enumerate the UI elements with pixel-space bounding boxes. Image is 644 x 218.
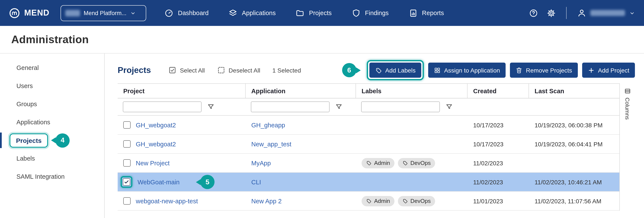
add-project-button[interactable]: Add Project (582, 63, 635, 78)
user-avatar-icon (577, 8, 586, 18)
application-filter-input[interactable] (251, 102, 330, 112)
assign-to-application-button[interactable]: Assign to Application (428, 63, 506, 78)
toolbar-buttons: 6 Add Labels Assign to Application (342, 60, 635, 80)
last-scan-date: 11/02/2023, 10:46:21 AM (534, 179, 602, 185)
project-link[interactable]: New Project (136, 159, 170, 166)
org-selector-label: Mend Platform... (84, 10, 126, 16)
label-pill-text: DevOps (410, 160, 431, 166)
projects-table-area: Project Application Labels Created Last … (118, 83, 635, 211)
column-header-application[interactable]: Application (246, 84, 356, 98)
nav-item-projects[interactable]: Projects (296, 8, 332, 17)
remove-projects-button[interactable]: Remove Projects (510, 63, 578, 78)
column-header-created[interactable]: Created (468, 84, 529, 98)
sidebar-item-label: Projects (16, 137, 42, 144)
projects-heading: Projects (118, 65, 151, 75)
callout-step-4: 4 (51, 133, 70, 147)
mend-logo[interactable]: MEND (9, 7, 50, 19)
findings-icon (352, 8, 361, 17)
help-button[interactable] (529, 8, 538, 17)
filter-funnel-icon[interactable] (446, 103, 453, 110)
nav-item-dashboard[interactable]: Dashboard (164, 8, 209, 17)
page-title: Administration (11, 33, 89, 46)
org-selector-dropdown[interactable]: Mend Platform... (61, 5, 146, 21)
table-header-row: Project Application Labels Created Last … (118, 84, 619, 99)
row-checkbox[interactable] (123, 197, 130, 205)
sidebar-item-general[interactable]: General (0, 59, 104, 77)
redacted-org-name (66, 10, 80, 16)
table-filter-row (118, 99, 619, 116)
project-link[interactable]: GH_webgoat2 (136, 121, 176, 128)
application-link[interactable]: New App 2 (251, 198, 282, 204)
application-link[interactable]: GH_gheapp (251, 121, 285, 128)
trash-icon (516, 67, 522, 74)
sidebar-item-groups[interactable]: Groups (0, 95, 104, 113)
help-icon (529, 8, 538, 17)
active-item-accent-bar (0, 132, 2, 148)
label-pill: DevOps (398, 158, 435, 168)
row-checkbox-checked[interactable] (123, 178, 130, 186)
active-item-highlight-box: Projects (10, 133, 48, 147)
checkbox-highlight-ring (121, 176, 132, 188)
sidebar-item-label: General (16, 64, 39, 71)
label-pill: Admin (362, 196, 394, 206)
filter-funnel-icon[interactable] (207, 103, 214, 110)
projects-table: Project Application Labels Created Last … (118, 83, 619, 211)
callout-step-6: 6 (342, 63, 361, 77)
mend-admin-page: MEND Mend Platform... Dashboard Applicat… (0, 0, 644, 218)
nav-item-reports[interactable]: Reports (408, 8, 444, 17)
column-header-labels[interactable]: Labels (356, 84, 468, 98)
nav-item-label: Applications (242, 9, 276, 16)
user-menu[interactable] (577, 8, 635, 18)
table-row: New Project MyApp Admin DevOps (118, 154, 619, 173)
deselect-all-icon (217, 66, 225, 74)
sidebar-item-label: Labels (16, 155, 35, 162)
nav-item-applications[interactable]: Applications (228, 8, 276, 17)
sidebar-item-labels[interactable]: Labels (0, 149, 104, 168)
column-header-last-scan[interactable]: Last Scan (529, 84, 619, 98)
reports-icon (408, 8, 418, 17)
application-link[interactable]: MyApp (251, 159, 271, 166)
project-filter-input[interactable] (123, 102, 202, 112)
add-labels-button[interactable]: Add Labels (369, 63, 421, 78)
column-header-project[interactable]: Project (118, 84, 246, 98)
mend-logo-icon (9, 7, 20, 19)
sidebar-item-applications[interactable]: Applications (0, 113, 104, 131)
project-link[interactable]: GH_webgoat2 (136, 140, 176, 147)
callout-number: 4 (55, 133, 70, 147)
dashboard-icon (164, 8, 174, 17)
add-labels-highlight-ring: Add Labels (367, 60, 424, 80)
application-link[interactable]: New_app_test (251, 140, 291, 147)
sidebar-item-saml-integration[interactable]: SAML Integration (0, 168, 104, 186)
projects-toolbar: Projects Select All Deselect All 1 Selec… (118, 61, 635, 79)
columns-settings-button[interactable]: Columns (619, 83, 635, 211)
row-checkbox[interactable] (123, 121, 130, 129)
row-checkbox[interactable] (123, 159, 130, 167)
filter-funnel-icon[interactable] (335, 103, 342, 110)
nav-item-findings[interactable]: Findings (352, 8, 389, 17)
callout-tail (51, 137, 56, 143)
application-link[interactable]: CLI (251, 179, 261, 185)
add-project-label: Add Project (598, 67, 629, 74)
deselect-all-button[interactable]: Deselect All (217, 66, 260, 74)
sidebar-item-projects[interactable]: Projects 4 (0, 131, 104, 149)
settings-button[interactable] (546, 8, 556, 17)
navbar-right-controls (529, 7, 635, 19)
top-navbar: MEND Mend Platform... Dashboard Applicat… (0, 0, 644, 26)
label-pill: DevOps (398, 196, 435, 206)
project-link[interactable]: webgoat-new-app-test (136, 198, 198, 204)
content-area: General Users Groups Applications Projec… (0, 54, 644, 218)
sidebar-item-users[interactable]: Users (0, 77, 104, 95)
project-link[interactable]: WebGoat-main (138, 179, 180, 185)
labels-filter-input[interactable] (361, 102, 440, 112)
add-labels-label: Add Labels (385, 67, 416, 74)
callout-step-5: 5 (196, 175, 215, 189)
redacted-user-name (590, 10, 625, 16)
row-checkbox[interactable] (123, 140, 130, 148)
chevron-down-icon (130, 10, 136, 16)
projects-icon (296, 8, 305, 17)
select-all-button[interactable]: Select All (168, 66, 205, 74)
main-navigation: Dashboard Applications Projects Findings… (164, 8, 444, 17)
created-date: 10/17/2023 (473, 121, 504, 128)
nav-item-label: Findings (365, 9, 389, 16)
plus-icon (588, 67, 594, 74)
